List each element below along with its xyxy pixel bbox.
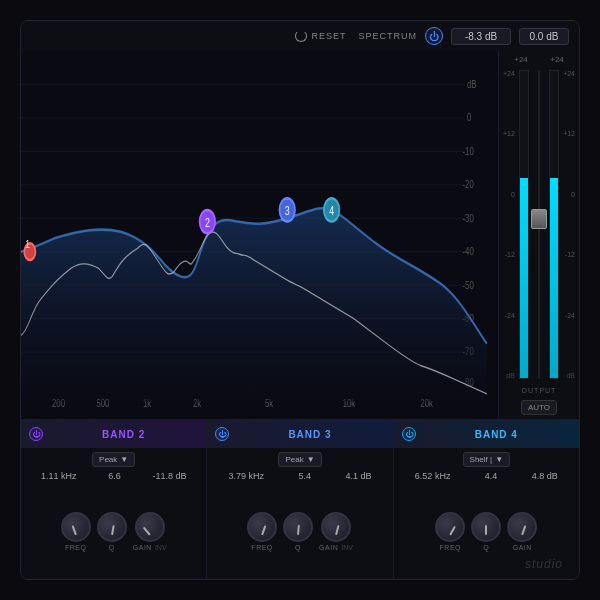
band-4-header: ⏻ BAND 4 — [394, 420, 579, 448]
eq-graph[interactable]: dB 0 -10 -20 -30 -40 -50 -60 -70 -80 200… — [21, 51, 499, 419]
output-fader[interactable] — [533, 70, 545, 379]
band-2-power-button[interactable]: ⏻ — [29, 427, 43, 441]
band-4-q-val: 4.4 — [485, 471, 498, 481]
auto-button[interactable]: AUTO — [521, 400, 557, 415]
band-4-freq-knob-wrap: FREQ — [435, 512, 465, 551]
meter-scale: +24 +12 0 -12 -24 dB — [503, 70, 515, 379]
svg-text:dB: dB — [467, 77, 477, 90]
band-3-gain-knob-wrap: GAIN INV — [319, 512, 353, 551]
band-4-q-knob-wrap: Q — [471, 512, 501, 551]
band-2-gain-knob-wrap: GAIN INV — [133, 512, 167, 551]
band-3: ⏻ BAND 3 Peak ▼ 3.79 kHz 5.4 4.1 dB FREQ — [207, 420, 393, 579]
band-3-gain-val: 4.1 dB — [345, 471, 371, 481]
band-4-power-button[interactable]: ⏻ — [402, 427, 416, 441]
band-2-name: BAND 2 — [49, 429, 198, 440]
band-3-freq-knob[interactable] — [247, 512, 277, 542]
top-bar: RESET SPECTRUM ⏻ -8.3 dB 0.0 dB — [21, 21, 579, 51]
svg-text:-30: -30 — [463, 211, 475, 224]
meter-fill-left — [520, 178, 528, 378]
band-controls: ⏻ BAND 2 Peak ▼ 1.11 kHz 6.6 -11.8 dB FR… — [21, 419, 579, 579]
svg-text:-10: -10 — [463, 144, 475, 157]
meter-top-labels: +24 +24 — [503, 55, 575, 64]
band-3-q-knob[interactable] — [283, 512, 313, 542]
top-bar-controls: RESET SPECTRUM ⏻ -8.3 dB 0.0 dB — [295, 27, 569, 45]
band-2-gain-val: -11.8 dB — [152, 471, 186, 481]
band-4-freq-knob[interactable] — [435, 512, 465, 542]
band-3-freq-knob-wrap: FREQ — [247, 512, 277, 551]
band-2-type[interactable]: Peak ▼ — [92, 452, 135, 467]
svg-text:-40: -40 — [463, 244, 475, 257]
band-3-gain-knob[interactable] — [321, 512, 351, 542]
output-label: OUTPUT — [522, 387, 557, 394]
band-4-gain-val: 4.8 dB — [532, 471, 558, 481]
svg-text:-20: -20 — [463, 178, 475, 191]
svg-text:3: 3 — [285, 203, 290, 217]
band-2: ⏻ BAND 2 Peak ▼ 1.11 kHz 6.6 -11.8 dB FR… — [21, 420, 207, 579]
meter-bar-left — [519, 70, 529, 379]
band-2-header: ⏻ BAND 2 — [21, 420, 206, 448]
main-area: dB 0 -10 -20 -30 -40 -50 -60 -70 -80 200… — [21, 51, 579, 419]
band-4-freq-val: 6.52 kHz — [415, 471, 451, 481]
band-3-q-val: 5.4 — [298, 471, 311, 481]
reset-icon — [295, 30, 307, 42]
meter-label-right: +24 — [550, 55, 564, 64]
band-2-gain-knob[interactable] — [135, 512, 165, 542]
band-2-knobs: FREQ Q GAIN INV — [21, 483, 206, 579]
meter-label-left: +24 — [514, 55, 528, 64]
band-3-freq-val: 3.79 kHz — [229, 471, 265, 481]
output-display: 0.0 dB — [519, 28, 569, 45]
fader-handle[interactable] — [531, 209, 547, 229]
reset-button[interactable]: RESET — [295, 30, 346, 42]
band-3-q-knob-wrap: Q — [283, 512, 313, 551]
band-3-header: ⏻ BAND 3 — [207, 420, 392, 448]
spectrum-label: SPECTRUM — [358, 31, 417, 41]
band-2-freq-knob-wrap: FREQ — [61, 512, 91, 551]
meter-section: +24 +24 +24 +12 0 -12 -24 dB — [499, 51, 579, 419]
band-4-name: BAND 4 — [422, 429, 571, 440]
svg-text:-50: -50 — [463, 278, 475, 291]
band-4: ⏻ BAND 4 Shelf | ▼ 6.52 kHz 4.4 4.8 dB F… — [394, 420, 579, 579]
band-3-knobs: FREQ Q GAIN INV — [207, 483, 392, 579]
level-display: -8.3 dB — [451, 28, 511, 45]
power-icon: ⏻ — [429, 31, 439, 42]
meter-bar-right — [549, 70, 559, 379]
svg-text:0: 0 — [467, 111, 472, 124]
svg-text:1: 1 — [25, 238, 30, 251]
band-2-freq-val: 1.11 kHz — [41, 471, 77, 481]
meter-fill-right — [550, 178, 558, 378]
band-2-q-knob[interactable] — [97, 512, 127, 542]
svg-text:2: 2 — [205, 215, 210, 229]
studio-branding: studio — [525, 557, 563, 571]
plugin-container: RESET SPECTRUM ⏻ -8.3 dB 0.0 dB — [20, 20, 580, 580]
band-4-q-knob[interactable] — [471, 512, 501, 542]
band-4-type[interactable]: Shelf | ▼ — [463, 452, 510, 467]
spectrum-power-button[interactable]: ⏻ — [425, 27, 443, 45]
band-2-freq-knob[interactable] — [61, 512, 91, 542]
band-3-name: BAND 3 — [235, 429, 384, 440]
band-3-power-button[interactable]: ⏻ — [215, 427, 229, 441]
meter-scale-right: +24 +12 0 -12 -24 dB — [563, 70, 575, 379]
band-2-q-knob-wrap: Q — [97, 512, 127, 551]
band-3-type[interactable]: Peak ▼ — [278, 452, 321, 467]
band-4-gain-knob[interactable] — [507, 512, 537, 542]
svg-text:4: 4 — [329, 203, 334, 217]
band-4-gain-knob-wrap: GAIN — [507, 512, 537, 551]
band-2-q-val: 6.6 — [108, 471, 121, 481]
